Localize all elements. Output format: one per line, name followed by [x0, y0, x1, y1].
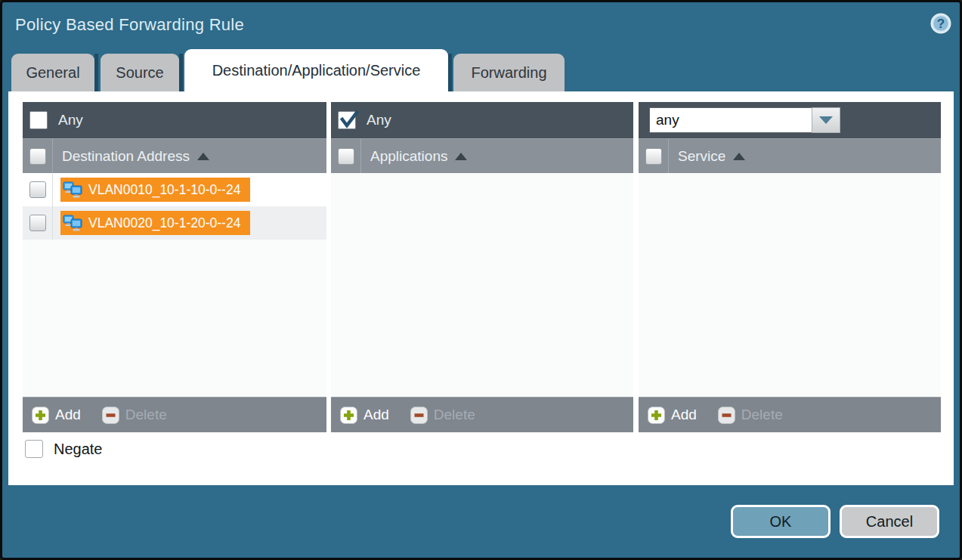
delete-button[interactable]: Delete — [718, 407, 783, 424]
sort-asc-icon — [733, 153, 745, 160]
dialog-title: Policy Based Forwarding Rule — [15, 15, 244, 35]
add-button[interactable]: Add — [648, 407, 697, 424]
service-header-label: Service — [678, 148, 725, 165]
tab-source[interactable]: Source — [101, 54, 179, 91]
add-button[interactable]: Add — [32, 407, 81, 424]
sort-asc-icon — [455, 153, 467, 160]
service-select-all-checkbox[interactable] — [645, 148, 662, 165]
add-button[interactable]: Add — [340, 407, 389, 424]
delete-label: Delete — [434, 407, 475, 423]
applications-column: Any Applications Add — [331, 102, 633, 432]
destination-list: VLAN0010_10-1-10-0--24 — [23, 173, 326, 397]
negate-row: Negate — [25, 440, 103, 458]
delete-label: Delete — [125, 407, 167, 423]
applications-select-all-checkbox[interactable] — [338, 148, 354, 165]
add-label: Add — [671, 407, 697, 423]
tab-forwarding[interactable]: Forwarding — [453, 54, 565, 91]
cancel-label: Cancel — [866, 513, 913, 531]
service-dropdown-input[interactable] — [649, 107, 812, 133]
svg-text:?: ? — [937, 17, 945, 31]
destination-address-label: VLAN0010_10-1-10-0--24 — [88, 182, 240, 198]
destination-address-entry[interactable]: VLAN0020_10-1-20-0--24 — [60, 211, 250, 235]
tab-general[interactable]: General — [11, 54, 94, 91]
minus-icon — [718, 407, 735, 424]
destination-footer: Add Delete — [23, 397, 326, 432]
destination-column-header[interactable]: Destination Address — [23, 138, 326, 173]
help-icon[interactable]: ? — [930, 12, 952, 35]
destination-any-checkbox[interactable] — [29, 111, 48, 129]
tab-divider — [179, 54, 183, 91]
destination-address-entry[interactable]: VLAN0010_10-1-10-0--24 — [60, 178, 250, 202]
list-item: VLAN0020_10-1-20-0--24 — [23, 206, 326, 240]
tab-divider — [448, 54, 452, 91]
row-checkbox[interactable] — [29, 215, 46, 231]
plus-icon — [32, 407, 49, 424]
tab-general-label: General — [26, 64, 79, 82]
applications-any-label: Any — [367, 112, 391, 128]
ok-label: OK — [770, 513, 792, 531]
delete-label: Delete — [741, 407, 783, 423]
cancel-button[interactable]: Cancel — [840, 505, 939, 538]
minus-icon — [102, 407, 119, 424]
destination-address-label: VLAN0020_10-1-20-0--24 — [88, 215, 240, 231]
delete-button[interactable]: Delete — [410, 407, 475, 424]
applications-footer: Add Delete — [331, 397, 633, 432]
add-label: Add — [55, 407, 81, 423]
applications-column-header[interactable]: Applications — [331, 138, 633, 173]
tab-destination-application-service[interactable]: Destination/Application/Service — [184, 49, 448, 91]
tab-forwarding-label: Forwarding — [471, 64, 546, 82]
negate-label: Negate — [54, 441, 103, 458]
tab-source-label: Source — [116, 64, 163, 82]
delete-button[interactable]: Delete — [102, 407, 167, 424]
service-list — [639, 173, 941, 397]
address-object-icon — [63, 181, 83, 200]
plus-icon — [340, 407, 357, 424]
destination-any-label: Any — [58, 112, 83, 128]
sort-asc-icon — [197, 153, 209, 160]
ok-button[interactable]: OK — [731, 505, 831, 538]
policy-based-forwarding-dialog: Policy Based Forwarding Rule ? General S… — [0, 0, 962, 560]
service-column-header[interactable]: Service — [639, 138, 941, 173]
service-footer: Add Delete — [639, 397, 941, 432]
minus-icon — [410, 407, 428, 424]
destination-select-all-checkbox[interactable] — [29, 148, 46, 165]
chevron-down-icon — [819, 116, 833, 124]
destination-any-bar: Any — [23, 102, 326, 138]
list-item: VLAN0010_10-1-10-0--24 — [23, 173, 326, 206]
negate-checkbox[interactable] — [25, 440, 43, 458]
service-column: Service Add Delete — [639, 102, 941, 432]
applications-any-checkbox[interactable] — [338, 111, 356, 129]
service-dropdown-button[interactable] — [812, 107, 840, 133]
tab-dest-label: Destination/Application/Service — [212, 62, 421, 79]
service-dropdown-bar — [639, 102, 941, 138]
applications-list — [331, 173, 633, 397]
add-label: Add — [363, 407, 389, 423]
applications-header-label: Applications — [370, 148, 447, 165]
destination-header-label: Destination Address — [62, 148, 190, 165]
destination-address-column: Any Destination Address — [23, 102, 326, 432]
content-panel: Any Destination Address — [8, 91, 954, 485]
address-object-icon — [63, 214, 83, 233]
tab-divider — [94, 54, 98, 91]
applications-any-bar: Any — [331, 102, 633, 138]
plus-icon — [648, 407, 665, 424]
row-checkbox[interactable] — [29, 181, 46, 198]
service-dropdown — [649, 107, 840, 133]
